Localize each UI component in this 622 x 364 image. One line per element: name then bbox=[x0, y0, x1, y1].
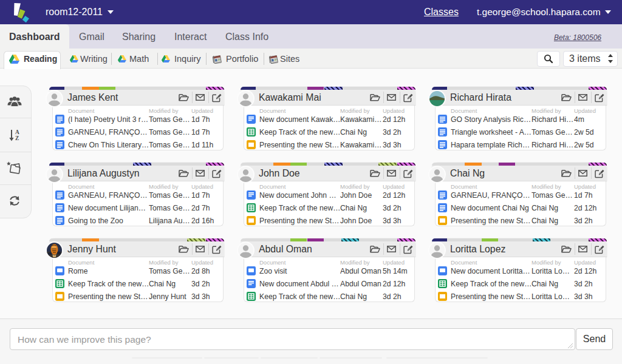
svg-text:A: A bbox=[15, 129, 19, 135]
svg-text:Z: Z bbox=[15, 135, 19, 141]
